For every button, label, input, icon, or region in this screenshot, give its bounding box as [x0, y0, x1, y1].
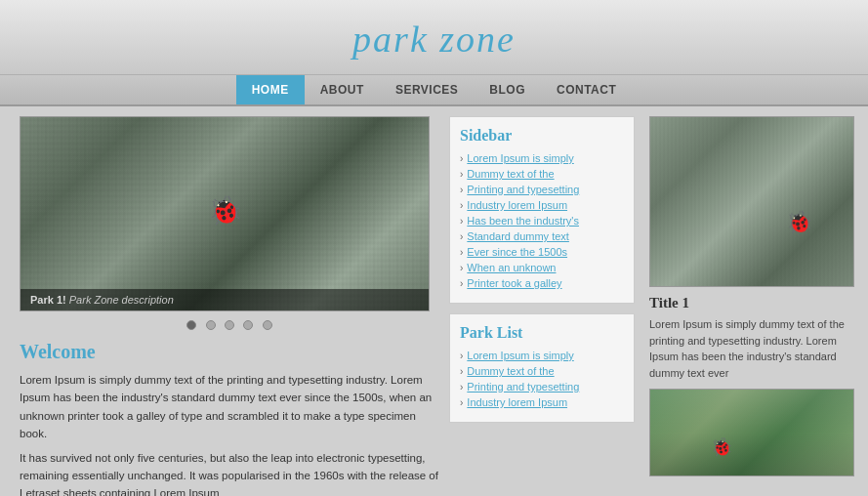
sidebar-link-text-1[interactable]: Lorem Ipsum is simply	[467, 152, 573, 164]
content-wrapper: Park 1! Park Zone description Welcome Lo…	[0, 106, 868, 496]
middle-column: Sidebar › Lorem Ipsum is simply › Dummy …	[439, 116, 644, 496]
parklist-box: Park List › Lorem Ipsum is simply › Dumm…	[449, 313, 635, 423]
arrow-icon-5: ›	[460, 216, 463, 227]
arrow-icon-2: ›	[460, 169, 463, 180]
navigation: HOME ABOUT SERVICES BLOG CONTACT	[0, 75, 868, 106]
site-header: park zone	[0, 0, 868, 75]
right-title: Title 1	[649, 295, 859, 311]
sidebar-link-4: › Industry lorem Ipsum	[460, 199, 624, 211]
sidebar-link-text-6[interactable]: Standard dummy text	[467, 230, 569, 242]
welcome-heading: Welcome	[20, 341, 439, 363]
arrow-icon-1: ›	[460, 153, 463, 164]
sidebar-link-3: › Printing and typesetting	[460, 184, 624, 195]
nav-item-home[interactable]: HOME	[236, 75, 305, 104]
welcome-section: Welcome Lorem Ipsum is simply dummy text…	[20, 341, 439, 496]
dot-4[interactable]	[243, 320, 253, 330]
right-column: Title 1 Lorem Ipsum is simply dummy text…	[644, 116, 859, 496]
nav-link-blog[interactable]: BLOG	[474, 75, 541, 104]
arrow-icon-3: ›	[460, 185, 463, 195]
parklist-link-text-2[interactable]: Dummy text of the	[467, 365, 554, 377]
dot-3[interactable]	[225, 320, 234, 330]
nav-item-about[interactable]: ABOUT	[305, 75, 380, 104]
left-column: Park 1! Park Zone description Welcome Lo…	[20, 116, 439, 496]
slideshow-dots	[20, 311, 439, 341]
sidebar-link-2: › Dummy text of the	[460, 168, 624, 180]
right-image-bottom	[649, 389, 854, 476]
nav-link-about[interactable]: ABOUT	[305, 75, 380, 104]
parklist-link-text-3[interactable]: Printing and typesetting	[467, 381, 579, 393]
nav-item-contact[interactable]: CONTACT	[541, 75, 632, 104]
parklist-link-text-4[interactable]: Industry lorem Ipsum	[467, 396, 567, 408]
sidebar-link-5: › Has been the industry's	[460, 215, 624, 227]
dot-5[interactable]	[263, 320, 272, 330]
pl-arrow-1: ›	[460, 351, 463, 361]
arrow-icon-9: ›	[460, 278, 463, 289]
sidebar-link-1: › Lorem Ipsum is simply	[460, 152, 624, 164]
slideshow-caption: Park 1! Park Zone description	[21, 289, 429, 310]
parklist-link-text-1[interactable]: Lorem Ipsum is simply	[467, 350, 573, 361]
nav-item-services[interactable]: SERVICES	[380, 75, 474, 104]
sidebar-link-text-7[interactable]: Ever since the 1500s	[467, 246, 567, 258]
caption-italic: Park Zone description	[69, 294, 174, 306]
pl-arrow-2: ›	[460, 366, 463, 377]
sidebar-box: Sidebar › Lorem Ipsum is simply › Dummy …	[449, 116, 635, 304]
nav-list: HOME ABOUT SERVICES BLOG CONTACT	[236, 75, 633, 104]
parklist-link-1: › Lorem Ipsum is simply	[460, 350, 624, 361]
parklist-link-3: › Printing and typesetting	[460, 381, 624, 393]
parklist-link-4: › Industry lorem Ipsum	[460, 396, 624, 408]
parklist-link-2: › Dummy text of the	[460, 365, 624, 377]
right-description: Lorem Ipsum is simply dummy text of the …	[649, 316, 859, 381]
parklist-heading: Park List	[460, 324, 624, 342]
arrow-icon-7: ›	[460, 247, 463, 258]
nav-link-contact[interactable]: CONTACT	[541, 75, 632, 104]
welcome-p1: Lorem Ipsum is simply dummy text of the …	[20, 371, 439, 443]
sidebar-link-text-2[interactable]: Dummy text of the	[467, 168, 554, 180]
sidebar-link-8: › When an unknown	[460, 262, 624, 273]
sidebar-link-6: › Standard dummy text	[460, 230, 624, 242]
caption-bold: Park 1!	[30, 294, 66, 306]
arrow-icon-6: ›	[460, 231, 463, 242]
pl-arrow-3: ›	[460, 382, 463, 393]
nav-link-services[interactable]: SERVICES	[380, 75, 474, 104]
pl-arrow-4: ›	[460, 397, 463, 408]
sidebar-heading: Sidebar	[460, 127, 624, 145]
slideshow[interactable]: Park 1! Park Zone description	[20, 116, 430, 311]
nav-item-blog[interactable]: BLOG	[474, 75, 541, 104]
sidebar-link-text-8[interactable]: When an unknown	[467, 262, 556, 273]
sidebar-link-7: › Ever since the 1500s	[460, 246, 624, 258]
arrow-icon-8: ›	[460, 263, 463, 273]
welcome-p2: It has survived not only five centuries,…	[20, 449, 439, 496]
dot-2[interactable]	[206, 320, 216, 330]
sidebar-link-9: › Printer took a galley	[460, 277, 624, 289]
arrow-icon-4: ›	[460, 200, 463, 211]
nav-link-home[interactable]: HOME	[236, 75, 305, 104]
sidebar-link-text-4[interactable]: Industry lorem Ipsum	[467, 199, 567, 211]
site-title: park zone	[352, 19, 516, 60]
sidebar-link-text-9[interactable]: Printer took a galley	[467, 277, 561, 289]
sidebar-link-text-3[interactable]: Printing and typesetting	[467, 184, 579, 195]
right-image-top	[649, 116, 854, 287]
dot-1[interactable]	[186, 320, 196, 330]
slideshow-image	[21, 117, 429, 310]
right-text-block: Title 1 Lorem Ipsum is simply dummy text…	[649, 295, 859, 381]
sidebar-link-text-5[interactable]: Has been the industry's	[467, 215, 579, 227]
